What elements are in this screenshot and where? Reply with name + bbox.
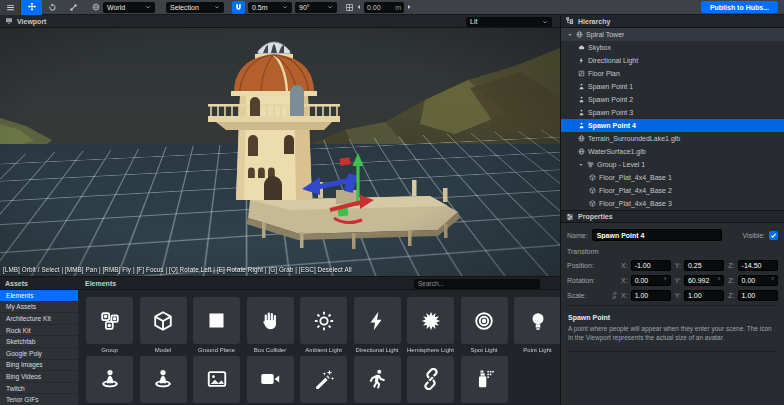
element-particle-wand[interactable] [300, 356, 347, 403]
visible-checkbox[interactable] [769, 231, 778, 240]
element-way-point[interactable] [140, 356, 187, 403]
grid-height-decrement-button[interactable] [356, 4, 362, 10]
tree-row-skybox[interactable]: Skybox [561, 41, 784, 54]
element-spawn-point[interactable] [86, 356, 133, 403]
node-info-title: Spawn Point [568, 314, 777, 321]
tree-row-spawn-point-2[interactable]: Spawn Point 2 [561, 93, 784, 106]
rotation-x-input[interactable]: 0.00° [631, 275, 671, 286]
position-y-value: 0.25 [688, 262, 720, 269]
publish-button[interactable]: Publish to Hubs... [701, 1, 778, 13]
grid-height-increment-button[interactable] [406, 4, 412, 10]
element-label: Box Collider [254, 347, 286, 353]
tree-row-floor-plat-3[interactable]: Floor_Plat_4x4_Base 3 [561, 197, 784, 210]
right-panel: Hierarchy Spiral Tower Skybox Directiona… [560, 15, 784, 405]
caret-down-icon[interactable] [578, 162, 584, 168]
viewport-canvas[interactable]: [LMB] Orbit / Select | [MMB] Pan | [RMB]… [0, 28, 560, 276]
position-x-input[interactable]: -1.00 [631, 260, 671, 271]
tree-row-floor-plat-1[interactable]: Floor_Plat_4x4_Base 1 [561, 171, 784, 184]
asset-source-tenor-gifs[interactable]: Tenor GIFs [0, 394, 78, 405]
asset-source-bing-videos[interactable]: Bing Videos [0, 371, 78, 383]
caret-down-icon[interactable] [567, 32, 573, 38]
position-y-input[interactable]: 0.25 [684, 260, 724, 271]
rotate-tool-button[interactable] [42, 0, 63, 15]
menu-button[interactable] [0, 0, 21, 15]
rotation-y-input[interactable]: 60.992° [684, 275, 724, 286]
wand-icon [313, 368, 335, 390]
person-icon [578, 83, 585, 90]
tree-row-spawn-point-4[interactable]: Spawn Point 4 [561, 119, 784, 132]
cube-icon [589, 200, 596, 207]
snap-rotate-select[interactable]: 90° [295, 2, 337, 13]
x-axis-label: X: [621, 277, 628, 284]
element-ambient-light[interactable] [300, 297, 347, 344]
tree-row-directional-light[interactable]: Directional Light [561, 54, 784, 67]
menu-icon [6, 3, 15, 12]
element-directional-light[interactable] [354, 297, 401, 344]
hierarchy-title: Hierarchy [578, 18, 610, 25]
asset-source-google-poly[interactable]: Google Poly [0, 348, 78, 360]
element-model[interactable] [140, 297, 187, 344]
chain-icon[interactable] [611, 292, 621, 299]
asset-source-twitch[interactable]: Twitch [0, 383, 78, 395]
element-spot-light[interactable] [461, 297, 508, 344]
transform-pivot-value: Selection [170, 4, 210, 11]
cubes-icon [99, 310, 121, 332]
image-icon [206, 368, 228, 390]
link-icon [420, 368, 442, 390]
asset-source-bing-images[interactable]: Bing Images [0, 360, 78, 372]
asset-source-elements[interactable]: Elements [0, 290, 78, 302]
element-point-light[interactable] [514, 297, 561, 344]
tree-row-spiral-tower[interactable]: Spiral Tower [561, 28, 784, 41]
tree-row-group-level-1[interactable]: Group - Level 1 [561, 158, 784, 171]
element-ground-plane[interactable] [193, 297, 240, 344]
snap-toggle-button[interactable] [232, 1, 245, 14]
tree-row-floor-plan[interactable]: Floor Plan [561, 67, 784, 80]
translate-icon [27, 2, 37, 12]
viewport-panel: Viewport Lit [0, 15, 560, 276]
rotation-z-input[interactable]: 0.00° [738, 275, 778, 286]
tree-row-spawn-point-3[interactable]: Spawn Point 3 [561, 106, 784, 119]
element-hemisphere-light[interactable] [407, 297, 454, 344]
bulb-icon [527, 310, 549, 332]
tree-row-spawn-point-1[interactable]: Spawn Point 1 [561, 80, 784, 93]
x-axis-label: X: [621, 292, 628, 299]
floor-plan-icon [578, 70, 585, 77]
element-image[interactable] [193, 356, 240, 403]
element-video[interactable] [247, 356, 294, 403]
transform-space-select[interactable]: World [103, 2, 155, 13]
y-axis-label: Y: [675, 277, 681, 284]
position-z-input[interactable]: -14.50 [738, 260, 778, 271]
element-spray[interactable] [461, 356, 508, 403]
asset-source-my-assets[interactable]: My Assets [0, 302, 78, 314]
element-box-collider[interactable] [247, 297, 294, 344]
grid-height-input[interactable]: 0.00 m [364, 2, 404, 13]
asset-source-rock-kit[interactable]: Rock Kit [0, 325, 78, 337]
way-point-icon [152, 368, 174, 390]
tree-row-floor-plat-2[interactable]: Floor_Plat_4x4_Base 2 [561, 184, 784, 197]
scale-z-input[interactable]: 1.00 [738, 290, 778, 301]
tree-row-water-surface[interactable]: WaterSurface1.glb [561, 145, 784, 158]
element-link[interactable] [407, 356, 454, 403]
y-axis-label: Y: [675, 292, 681, 299]
asset-search-input[interactable] [414, 279, 540, 289]
asset-source-sketchfab[interactable]: Sketchfab [0, 336, 78, 348]
check-icon [770, 232, 777, 239]
scale-x-input[interactable]: 1.00 [631, 290, 671, 301]
element-runner[interactable] [354, 356, 401, 403]
transform-pivot-select[interactable]: Selection [166, 2, 224, 13]
element-label: Hemisphere Light [407, 347, 454, 353]
tree-row-terrain[interactable]: Terrain_SurroundedLake1.glb [561, 132, 784, 145]
bolt-icon [366, 310, 388, 332]
scale-z-value: 1.00 [742, 292, 774, 299]
scale-y-input[interactable]: 1.00 [684, 290, 724, 301]
snap-translate-select[interactable]: 0.5m [248, 2, 292, 13]
scale-tool-button[interactable] [63, 0, 84, 15]
person-icon [578, 109, 585, 116]
element-group[interactable] [86, 297, 133, 344]
render-mode-select[interactable]: Lit [466, 17, 552, 27]
spray-icon [473, 368, 495, 390]
translate-tool-button[interactable] [21, 0, 42, 15]
asset-source-architecture-kit[interactable]: Architecture Kit [0, 313, 78, 325]
name-input[interactable] [592, 229, 722, 241]
tree-label: Floor_Plat_4x4_Base 2 [599, 187, 672, 194]
